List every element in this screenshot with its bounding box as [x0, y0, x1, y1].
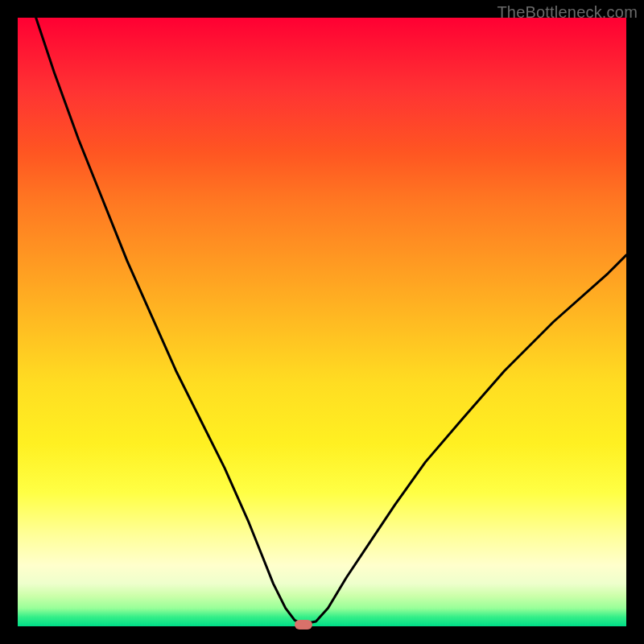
- minimum-marker: [295, 620, 312, 630]
- plot-area: [18, 18, 626, 626]
- chart-container: TheBottleneck.com: [0, 0, 644, 644]
- watermark-text: TheBottleneck.com: [497, 3, 638, 22]
- bottleneck-curve-path: [36, 18, 626, 623]
- curve-svg: [18, 18, 626, 626]
